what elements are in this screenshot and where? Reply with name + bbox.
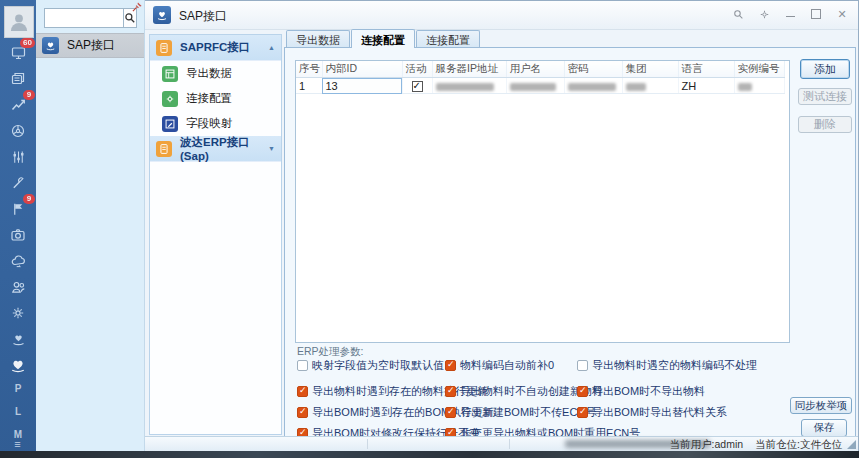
param-checkbox[interactable]: 导出BOM时不导出物料 — [577, 384, 705, 399]
cell-redacted — [432, 78, 506, 94]
window-title: SAP接口 — [179, 8, 227, 25]
minimize-button[interactable] — [782, 7, 798, 21]
statusbar-separator — [509, 439, 510, 449]
users-icon[interactable] — [9, 278, 27, 295]
nav-item[interactable]: 连接配置 — [150, 86, 281, 111]
nav-item-icon — [162, 91, 178, 107]
sliders-icon[interactable] — [9, 148, 27, 165]
column-header[interactable]: 内部ID — [322, 61, 402, 78]
tab-0[interactable]: 导出数据 — [286, 30, 350, 48]
checkbox-label: 导出物料时遇空的物料编码不处理 — [592, 358, 757, 373]
nav-item-label: 字段映射 — [186, 116, 232, 131]
column-header[interactable]: 实例编号 — [734, 61, 784, 78]
menu-icon[interactable]: ≡ — [0, 438, 36, 450]
cell-text: 13 — [322, 78, 402, 94]
globe-icon[interactable] — [9, 122, 27, 139]
checkbox-label: 物料编码自动前补0 — [460, 358, 554, 373]
checkbox-icon — [577, 407, 588, 418]
column-header[interactable]: 集团 — [622, 61, 678, 78]
nav-item[interactable]: 字段映射 — [150, 111, 281, 136]
table-row[interactable]: 113ZH — [296, 78, 784, 94]
monitor-icon[interactable]: 60 — [9, 44, 27, 61]
nav-group-1[interactable]: 波达ERP接口(Sap) ▼ — [150, 136, 281, 162]
module-nav: SAPRFC接口 ▲ 导出数据 连接配置 字段映射 波达ERP接口(Sap) ▼ — [149, 34, 282, 435]
param-checkbox[interactable]: 映射字段值为空时取默认值 — [297, 358, 444, 373]
add-button[interactable]: 添加 — [800, 59, 850, 79]
launcher-panel: SAP接口 — [36, 0, 145, 458]
taskbar-strip — [0, 451, 859, 458]
column-header[interactable]: 语言 — [678, 61, 734, 78]
param-checkbox[interactable]: 导出物料时遇空的物料编码不处理 — [577, 358, 757, 373]
nav-item-icon — [162, 66, 178, 82]
heart-hands-icon[interactable] — [9, 330, 27, 347]
rail-letter-p[interactable]: P — [15, 382, 22, 396]
tab-1[interactable]: 连接配置 — [351, 29, 415, 48]
statusbar-separator — [367, 439, 368, 449]
gear-icon[interactable] — [9, 304, 27, 321]
nav-item[interactable]: 导出数据 — [150, 61, 281, 86]
maximize-button[interactable] — [808, 7, 824, 21]
status-bar: 当前用户:admin 当前仓位:文件仓位 — [145, 436, 858, 451]
documents-icon[interactable] — [9, 70, 27, 87]
column-header[interactable]: 用户名 — [506, 61, 564, 78]
chart-icon[interactable]: 9 — [9, 96, 27, 113]
titlebar-search-icon[interactable] — [730, 7, 746, 21]
avatar[interactable] — [4, 6, 34, 38]
checkbox-icon — [297, 360, 308, 371]
checkbox-icon — [297, 386, 308, 397]
pin-icon[interactable] — [132, 1, 143, 14]
test-connection-button[interactable]: 测试连接 — [798, 88, 852, 105]
module-icon — [156, 141, 172, 157]
checkbox-label: 映射字段值为空时取默认值 — [312, 358, 444, 373]
tab-2[interactable]: 连接配置 — [416, 30, 480, 48]
search-input[interactable] — [44, 8, 123, 28]
connections-table: 序号内部ID活动服务器IP地址用户名密码集团语言实例编号 113ZH — [295, 60, 790, 343]
launcher-item-label: SAP接口 — [67, 37, 115, 54]
close-button[interactable]: ✕ — [834, 7, 850, 21]
save-button[interactable]: 保存 — [801, 419, 847, 437]
param-checkbox[interactable]: 导出BOM时导出替代料关系 — [577, 405, 727, 420]
cell-redacted — [734, 78, 784, 94]
camera-icon[interactable] — [9, 226, 27, 243]
param-checkbox[interactable]: 物料编码自动前补0 — [445, 358, 554, 373]
content-area: 导出数据连接配置连接配置 序号内部ID活动服务器IP地址用户名密码集团语言实例编… — [284, 29, 856, 439]
resize-grip[interactable] — [847, 440, 856, 449]
tab-panel: 序号内部ID活动服务器IP地址用户名密码集团语言实例编号 113ZH ERP处理… — [284, 47, 856, 439]
rail-letter-l[interactable]: L — [15, 405, 21, 419]
delete-button[interactable]: 删除 — [798, 116, 852, 133]
nav-item-icon — [162, 116, 178, 132]
notification-badge: 9 — [23, 90, 35, 100]
cell-text: 1 — [296, 78, 322, 94]
heart-icon-active[interactable] — [9, 356, 27, 373]
active-checkbox[interactable] — [412, 81, 423, 92]
column-header[interactable]: 密码 — [564, 61, 622, 78]
window-app-icon — [153, 6, 171, 24]
param-checkbox[interactable]: 导出新建BOM时不传ECN号 — [445, 405, 596, 420]
checkbox-icon — [445, 386, 456, 397]
checkbox-label: 导出BOM时不导出物料 — [592, 384, 705, 399]
column-header[interactable]: 序号 — [296, 61, 322, 78]
nav-group-label: 波达ERP接口(Sap) — [180, 135, 268, 162]
flag-icon[interactable]: 9 — [9, 200, 27, 217]
titlebar-settings-icon[interactable] — [756, 7, 772, 21]
chevron-up-icon: ▲ — [268, 44, 275, 51]
cell-redacted — [506, 78, 564, 94]
wrench-icon[interactable] — [9, 174, 27, 191]
launcher-item-sap[interactable]: SAP接口 — [36, 33, 144, 58]
column-header[interactable]: 活动 — [402, 61, 432, 78]
checkbox-label: 导出新建BOM时不传ECN号 — [460, 405, 596, 420]
sync-enum-button[interactable]: 同步枚举项 — [790, 397, 852, 414]
checkbox-label: 导出BOM时导出替代料关系 — [592, 405, 727, 420]
chevron-down-icon: ▼ — [268, 145, 275, 152]
nav-group-0[interactable]: SAPRFC接口 ▲ — [150, 35, 281, 61]
column-header[interactable]: 服务器IP地址 — [432, 61, 506, 78]
screen: { "rail": { "items": [ {"icon": "monitor… — [0, 0, 859, 458]
app-window: SAP接口 ✕ SAPRFC接口 ▲ 导出数据 连接配置 字段映射 波达ERP接… — [144, 0, 859, 452]
module-icon — [156, 40, 172, 56]
cloud-icon[interactable] — [9, 252, 27, 269]
notification-badge: 9 — [23, 194, 35, 204]
checkbox-icon — [445, 360, 456, 371]
statusbar-current-user: 当前用户:admin — [670, 438, 744, 452]
nav-item-label: 连接配置 — [186, 91, 232, 106]
nav-group-label: SAPRFC接口 — [180, 40, 268, 55]
